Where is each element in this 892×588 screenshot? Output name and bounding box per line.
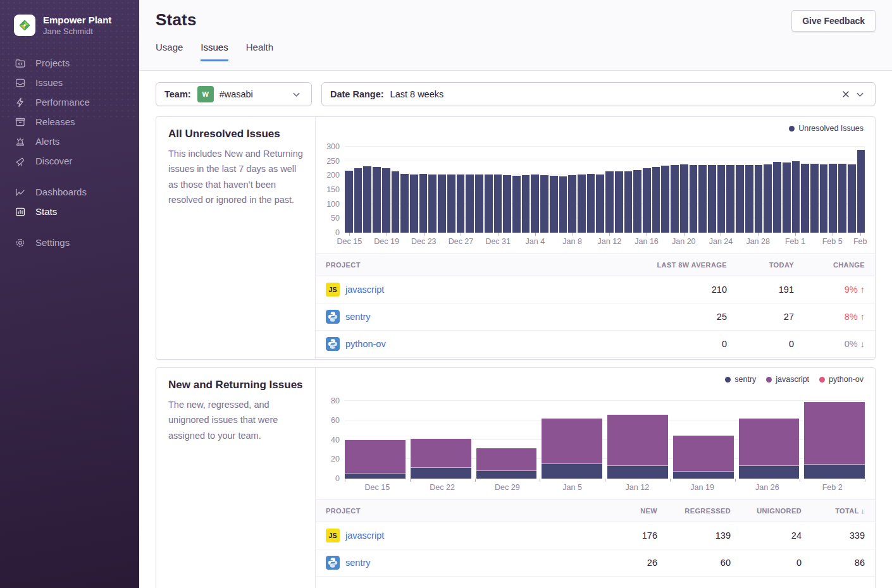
x-axis-label: Jan 12: [598, 237, 622, 246]
y-axis-label: 0: [335, 474, 340, 483]
bar: [540, 175, 548, 233]
clear-icon[interactable]: [839, 87, 853, 101]
projects-icon: [15, 58, 26, 69]
x-tick: [609, 233, 610, 236]
tab-health[interactable]: Health: [246, 42, 273, 61]
column-header-today[interactable]: Today: [737, 254, 804, 276]
sidebar-item-projects[interactable]: Projects: [0, 53, 139, 73]
tab-issues[interactable]: Issues: [201, 42, 228, 61]
bar-segment-javascript: [804, 402, 865, 465]
x-tick: [670, 479, 671, 482]
bar: [363, 166, 371, 233]
bar-segment-javascript: [739, 419, 800, 466]
legend-item-python-ov[interactable]: python-ov: [819, 374, 864, 384]
sidebar-item-discover[interactable]: Discover: [0, 151, 139, 171]
bar-segment-sentry: [607, 466, 668, 479]
legend-item-sentry[interactable]: sentry: [725, 374, 756, 384]
bar-segment-sentry: [542, 464, 602, 479]
project-link[interactable]: sentry: [345, 558, 371, 568]
column-header-avg[interactable]: Last 8w Average: [604, 254, 737, 276]
column-header-change[interactable]: Change: [804, 254, 875, 276]
sidebar-item-releases[interactable]: Releases: [0, 112, 139, 132]
sidebar-item-label: Issues: [35, 77, 63, 88]
project-link[interactable]: javascript: [345, 285, 384, 295]
y-axis-label: 150: [326, 185, 340, 194]
sidebar-item-dashboards[interactable]: Dashboards: [0, 182, 139, 202]
bar: [680, 164, 688, 233]
total-value: 339: [812, 522, 875, 549]
sidebar-item-settings[interactable]: Settings: [0, 233, 139, 252]
sidebar-item-performance[interactable]: Performance: [0, 92, 139, 112]
project-link[interactable]: javascript: [345, 530, 384, 541]
give-feedback-button[interactable]: Give Feedback: [791, 10, 876, 32]
change-value: 8% ↑: [804, 303, 875, 331]
project-link[interactable]: sentry: [345, 312, 371, 322]
x-tick: [865, 479, 865, 482]
bars: [345, 138, 865, 233]
bar: [624, 171, 633, 233]
dashboards-icon: [15, 187, 26, 198]
bar-segment-sentry: [345, 474, 406, 479]
bars: [345, 389, 865, 479]
y-axis-label: 50: [331, 214, 340, 223]
change-value: 0% ↓: [804, 331, 875, 358]
x-tick: [461, 233, 461, 236]
team-select[interactable]: Team: W #wasabi: [156, 82, 312, 106]
column-header-total[interactable]: Total ↓: [812, 500, 875, 522]
x-axis-label: Jan 28: [746, 237, 770, 246]
bar: [698, 165, 707, 233]
x-tick: [535, 233, 536, 236]
x-tick: [860, 233, 861, 236]
column-header-unignored[interactable]: Unignored: [741, 500, 812, 522]
alerts-icon: [15, 136, 26, 147]
legend-item-unresolved-issues[interactable]: Unresolved Issues: [789, 123, 864, 133]
bar: [382, 168, 390, 233]
unresolved-issues-table: Project Last 8w Average Today Change JS …: [316, 254, 875, 358]
x-tick: [573, 233, 573, 236]
bar-segment-sentry: [673, 472, 734, 479]
sidebar-item-stats[interactable]: Stats: [0, 202, 139, 221]
org-switcher[interactable]: Empower Plant Jane Schmidt: [0, 14, 139, 37]
sidebar-item-label: Discover: [35, 156, 72, 166]
bar: [708, 165, 716, 233]
date-range-select[interactable]: Date Range: Last 8 weeks: [321, 82, 876, 106]
y-axis-label: 250: [326, 157, 340, 166]
column-header-new[interactable]: New: [602, 500, 667, 522]
x-axis-label: Feb 5: [822, 237, 843, 246]
bar: [810, 164, 819, 233]
column-header-project[interactable]: Project: [316, 500, 602, 522]
x-tick: [605, 479, 605, 482]
avg-value: 25: [604, 303, 737, 331]
total-value: 86: [812, 549, 875, 577]
chevron-down-icon[interactable]: [289, 87, 303, 101]
stacked-bar: [607, 415, 668, 479]
releases-icon: [15, 116, 26, 128]
y-axis-label: 20: [331, 455, 340, 463]
x-axis: Dec 15Dec 22Dec 29Jan 5Jan 12Jan 19Jan 2…: [345, 479, 865, 496]
project-link[interactable]: python-ov: [345, 339, 386, 349]
column-header-regressed[interactable]: Regressed: [667, 500, 741, 522]
sidebar-item-alerts[interactable]: Alerts: [0, 132, 139, 151]
x-tick: [349, 233, 350, 236]
x-axis-label: Dec 27: [449, 237, 474, 246]
sidebar-item-issues[interactable]: Issues: [0, 73, 139, 92]
legend-item-javascript[interactable]: javascript: [766, 374, 809, 384]
legend-label: Unresolved Issues: [798, 124, 864, 133]
new-returning-issues-table: Project New Regressed Unignored Total ↓ …: [316, 499, 875, 577]
x-axis-label: Feb 1: [785, 237, 805, 246]
sidebar: Empower Plant Jane Schmidt Projects Issu…: [0, 0, 139, 588]
arrow-up-icon: ↑: [860, 285, 865, 295]
bar: [354, 168, 362, 233]
x-tick: [498, 233, 499, 236]
column-header-project[interactable]: Project: [316, 254, 604, 276]
x-tick: [345, 479, 345, 482]
tab-usage[interactable]: Usage: [156, 42, 183, 61]
bar: [447, 175, 455, 233]
bar: [559, 176, 567, 233]
bar: [578, 175, 586, 233]
regressed-value: 139: [667, 522, 741, 549]
x-tick: [800, 479, 800, 482]
unignored-value: 0: [741, 549, 812, 577]
bar-segment-sentry: [739, 466, 800, 479]
chevron-down-icon[interactable]: [853, 87, 867, 101]
